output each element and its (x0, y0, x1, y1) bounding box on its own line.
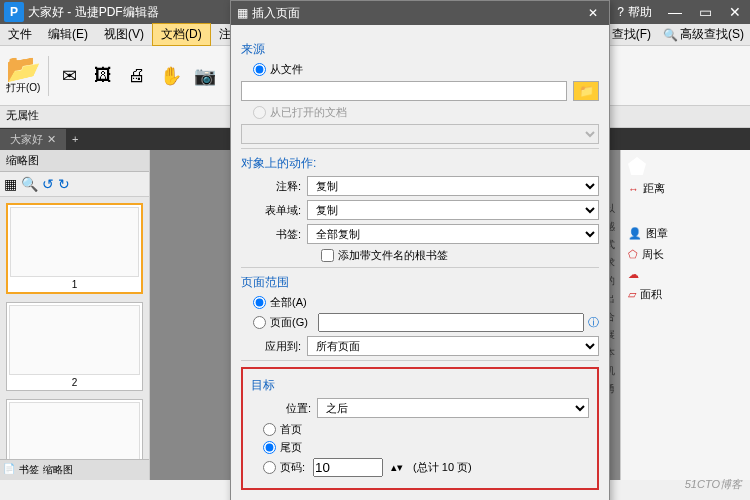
dialog-close-button[interactable]: ✕ (583, 6, 603, 20)
tool-mail[interactable]: ✉ (55, 62, 83, 90)
tool-perimeter[interactable]: ⬠周长 (625, 244, 746, 265)
target-section-label: 目标 (251, 377, 589, 394)
tool-stamp[interactable]: 👤图章 (625, 223, 746, 244)
rotate-right-icon[interactable]: ↻ (58, 176, 70, 192)
tool-hand[interactable]: ✋ (157, 62, 185, 90)
ruler-icon: ↔ (628, 183, 639, 195)
info-icon[interactable]: ⓘ (588, 315, 599, 330)
browse-button[interactable]: 📁 (573, 81, 599, 101)
thumbnail-page-3[interactable] (6, 399, 143, 459)
file-path-input[interactable] (241, 81, 567, 101)
minimize-button[interactable]: — (660, 0, 690, 24)
folder-open-icon: 📂 (11, 57, 35, 81)
mail-icon: ✉ (57, 64, 81, 88)
thumbnail-page-1[interactable]: 1 (6, 203, 143, 294)
tool-distance[interactable]: ↔距离 (625, 178, 746, 199)
source-from-file-row: 从文件 (253, 62, 599, 77)
range-all-radio[interactable] (253, 296, 266, 309)
sidebar-title: 缩略图 (0, 150, 149, 172)
app-logo-icon: P (4, 2, 24, 22)
tab-bookmarks[interactable]: 书签 (19, 463, 39, 477)
search-icon: 🔍 (663, 28, 678, 42)
print-icon: 🖨 (125, 64, 149, 88)
range-pages-radio[interactable] (253, 316, 266, 329)
insert-pages-dialog: ▦ 插入页面 ✕ 来源 从文件 📁 从已打开的文档 对象上的动作: 注释:复制 … (230, 0, 610, 500)
dialog-icon: ▦ (237, 6, 248, 20)
right-panel: ↔距离 👤图章 ⬠周长 ☁ ▱面积 (620, 150, 750, 480)
action-section-label: 对象上的动作: (241, 155, 599, 172)
document-tab[interactable]: 大家好 ✕ (0, 129, 66, 150)
tool-cloud[interactable]: ☁ (625, 265, 746, 284)
pagenum-input[interactable] (313, 458, 383, 477)
help-menu[interactable]: 帮助 (628, 4, 652, 21)
source-section-label: 来源 (241, 41, 599, 58)
advanced-find-button[interactable]: 🔍高级查找(S) (657, 24, 750, 45)
sidebar-tools: ▦ 🔍 ↺ ↻ (0, 172, 149, 197)
folder-icon: 📁 (579, 84, 594, 98)
tool-photo[interactable]: 📷 (191, 62, 219, 90)
cloud-icon: ☁ (628, 268, 639, 281)
menu-file[interactable]: 文件 (0, 24, 40, 45)
tab-thumbnails[interactable]: 缩略图 (43, 463, 73, 477)
close-button[interactable]: ✕ (720, 0, 750, 24)
pentagon-icon (628, 157, 646, 175)
dialog-title-bar: ▦ 插入页面 ✕ (231, 1, 609, 25)
annot-action-select[interactable]: 复制 (307, 176, 599, 196)
area-icon: ▱ (628, 288, 636, 301)
perimeter-icon: ⬠ (628, 248, 638, 261)
position-select[interactable]: 之后 (317, 398, 589, 418)
bookmark-action-select[interactable]: 全部复制 (307, 224, 599, 244)
target-first-radio[interactable] (263, 423, 276, 436)
sidebar-bottom-tabs: 📄 书签 缩略图 (0, 459, 149, 480)
sidebar: 缩略图 ▦ 🔍 ↺ ↻ 1 2 📄 书签 缩略图 (0, 150, 150, 480)
source-from-open-row: 从已打开的文档 (253, 105, 599, 120)
zoom-icon[interactable]: 🔍 (21, 176, 38, 192)
new-tab-button[interactable]: + (66, 133, 84, 145)
open-button[interactable]: 📂 打开(O) (4, 55, 42, 97)
named-bookmark-checkbox[interactable] (321, 249, 334, 262)
range-section-label: 页面范围 (241, 274, 599, 291)
open-doc-select (241, 124, 599, 144)
maximize-button[interactable]: ▭ (690, 0, 720, 24)
rotate-left-icon[interactable]: ↺ (42, 176, 54, 192)
hexagon-icon (628, 202, 646, 220)
dialog-title: 插入页面 (252, 5, 583, 22)
thumbnail-list: 1 2 (0, 197, 149, 459)
menu-edit[interactable]: 编辑(E) (40, 24, 96, 45)
target-last-radio[interactable] (263, 441, 276, 454)
options-icon[interactable]: ▦ (4, 176, 17, 192)
tool-pentagon[interactable] (625, 154, 746, 178)
apply-to-select[interactable]: 所有页面 (307, 336, 599, 356)
close-tab-icon[interactable]: ✕ (47, 133, 56, 146)
page-range-input[interactable] (318, 313, 584, 332)
tool-print[interactable]: 🖨 (123, 62, 151, 90)
thumbnail-page-2[interactable]: 2 (6, 302, 143, 391)
target-section: 目标 位置:之后 首页 尾页 页码: ▴▾ (总计 10 页) (241, 367, 599, 490)
watermark: 51CTO博客 (685, 477, 742, 492)
stepper-icon[interactable]: ▴▾ (391, 461, 403, 474)
hand-icon: ✋ (159, 64, 183, 88)
from-open-radio[interactable] (253, 106, 266, 119)
help-icon[interactable]: ? (617, 5, 624, 19)
target-pagenum-radio[interactable] (263, 461, 276, 474)
menu-view[interactable]: 视图(V) (96, 24, 152, 45)
image-icon: 🖼 (91, 64, 115, 88)
menu-document[interactable]: 文档(D) (152, 23, 211, 46)
field-action-select[interactable]: 复制 (307, 200, 599, 220)
tool-hexagon[interactable] (625, 199, 746, 223)
from-file-radio[interactable] (253, 63, 266, 76)
photo-icon: 📷 (193, 64, 217, 88)
tool-area[interactable]: ▱面积 (625, 284, 746, 305)
tool-image[interactable]: 🖼 (89, 62, 117, 90)
stamp-icon: 👤 (628, 227, 642, 240)
pages-icon[interactable]: 📄 (3, 463, 15, 477)
